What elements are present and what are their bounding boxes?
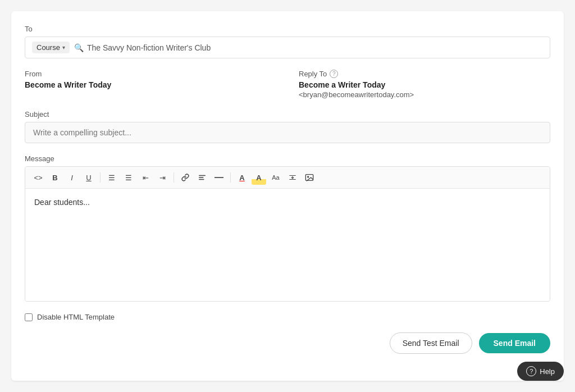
disable-html-checkbox[interactable] (25, 313, 33, 321)
align-button[interactable] (195, 170, 209, 185)
font-size-button[interactable]: Aa (268, 170, 283, 185)
course-badge-label: Course (36, 43, 60, 52)
to-row: Course ▾ 🔍 (25, 37, 550, 58)
bg-color-button[interactable]: A (252, 170, 266, 185)
image-button[interactable] (302, 170, 317, 185)
to-input[interactable] (87, 43, 543, 52)
from-label: From (25, 70, 276, 78)
ordered-list-button[interactable]: ☰ (121, 170, 136, 185)
message-field-group: Message <> B I U ☰ ☰ ⇤ ⇥ (25, 154, 550, 302)
bullet-list-button[interactable]: ☰ (104, 170, 119, 185)
search-icon: 🔍 (74, 43, 84, 52)
toolbar-divider-1 (100, 172, 101, 183)
chevron-down-icon: ▾ (62, 44, 65, 51)
email-compose-form: To Course ▾ 🔍 From Become a Writer Today… (11, 11, 564, 381)
subject-label: Subject (25, 110, 550, 118)
reply-to-sender-name: Become a Writer Today (299, 80, 550, 89)
footer-row: Send Test Email Send Email (25, 332, 550, 354)
svg-point-7 (308, 176, 309, 177)
svg-rect-6 (305, 175, 313, 181)
indent-button[interactable]: ⇥ (155, 170, 170, 185)
bold-button[interactable]: B (48, 170, 62, 185)
message-label: Message (25, 154, 550, 163)
subject-input[interactable] (25, 122, 550, 143)
to-label: To (25, 25, 550, 33)
message-editor: <> B I U ☰ ☰ ⇤ ⇥ — (25, 166, 550, 302)
subject-field-group: Subject (25, 110, 550, 143)
message-body[interactable]: Dear students... (25, 189, 550, 301)
from-sender-name: Become a Writer Today (25, 80, 276, 89)
reply-to-help-icon[interactable]: ? (330, 70, 338, 78)
text-color-button[interactable]: A (235, 170, 249, 185)
course-badge[interactable]: Course ▾ (32, 42, 70, 53)
from-reply-row: From Become a Writer Today Reply To ? Be… (25, 70, 550, 99)
message-body-text: Dear students... (34, 198, 90, 207)
link-button[interactable] (178, 170, 193, 185)
underline-button[interactable]: U (81, 170, 96, 185)
disable-html-label: Disable HTML Template (37, 313, 115, 321)
to-field-group: To Course ▾ 🔍 (25, 25, 550, 58)
send-email-button[interactable]: Send Email (479, 333, 550, 353)
from-column: From Become a Writer Today (25, 70, 276, 99)
reply-to-column: Reply To ? Become a Writer Today <bryan@… (299, 70, 550, 99)
line-height-button[interactable] (285, 170, 300, 185)
help-circle-icon: ? (526, 366, 536, 376)
italic-button[interactable]: I (65, 170, 79, 185)
toolbar-divider-2 (174, 172, 174, 183)
reply-to-label: Reply To ? (299, 70, 550, 78)
reply-to-sender-email: <bryan@becomeawritertoday.com> (299, 90, 550, 99)
toolbar-divider-3 (230, 172, 231, 183)
hr-button[interactable]: — (212, 170, 226, 185)
send-test-email-button[interactable]: Send Test Email (390, 332, 472, 354)
reply-to-text: Reply To (299, 70, 327, 78)
disable-html-row: Disable HTML Template (25, 313, 550, 321)
editor-toolbar: <> B I U ☰ ☰ ⇤ ⇥ — (25, 167, 550, 189)
code-button[interactable]: <> (31, 170, 45, 185)
outdent-button[interactable]: ⇤ (138, 170, 153, 185)
help-label: Help (540, 367, 555, 376)
help-fab[interactable]: ? Help (517, 362, 564, 381)
